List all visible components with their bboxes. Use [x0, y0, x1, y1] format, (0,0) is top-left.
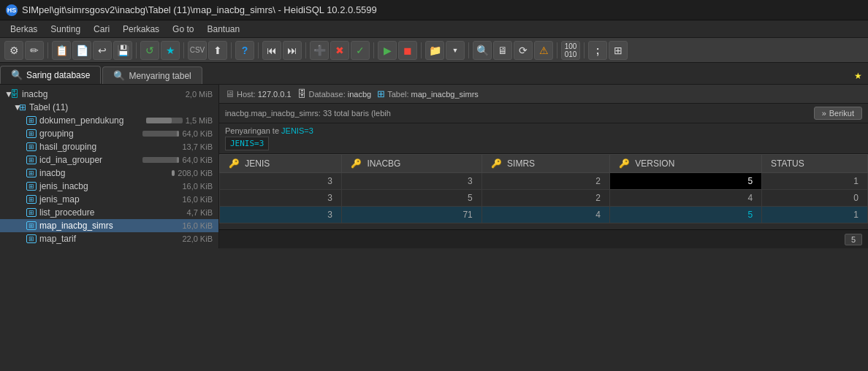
add-button[interactable]: ➕ — [310, 41, 329, 60]
help-button[interactable]: ? — [235, 41, 254, 60]
tree-item-dokumen-pendukung[interactable]: ⊞ dokumen_pendukung 1,5 MiB — [0, 114, 218, 127]
table-label-3: hasil_grouping — [39, 142, 96, 152]
csv-export-button[interactable]: CSV — [188, 41, 207, 60]
run-button[interactable]: ▶ — [378, 41, 397, 60]
menu-berkas[interactable]: Berkas — [4, 23, 43, 36]
toolbar-sep-5 — [258, 42, 259, 58]
db-size: 2,0 MiB — [186, 90, 213, 99]
table-label-1: dokumen_pendukung — [39, 115, 123, 126]
toolbar-sep-8 — [421, 42, 422, 58]
cell-jenis-2: 3 — [220, 190, 342, 207]
db-value: inacbg — [348, 90, 371, 99]
filter-value-inline: JENIS=3 — [281, 126, 313, 135]
table-body: 3 3 2 5 1 3 5 2 4 0 — [220, 173, 868, 223]
menubar: Berkas Sunting Cari Perkakas Go to Bantu… — [0, 20, 868, 38]
table-label-2: grouping — [39, 129, 74, 139]
tree-item-tabel-group[interactable]: ▼ ⊞ Tabel (11) — [0, 101, 218, 114]
monitor-button[interactable]: 🖥 — [493, 41, 512, 60]
table-row[interactable]: 3 3 2 5 1 — [220, 173, 868, 190]
tree-item-jenis-inacbg[interactable]: ⊞ jenis_inacbg 16,0 KiB — [0, 180, 218, 193]
split-button[interactable]: ⊞ — [609, 41, 628, 60]
delete-button[interactable]: ✖ — [330, 41, 349, 60]
import-button[interactable]: ⬆ — [208, 41, 227, 60]
tree-item-grouping[interactable]: ⊞ grouping 64,0 KiB — [0, 127, 218, 140]
data-table-wrapper[interactable]: 🔑 JENIS 🔑 INACBG 🔑 SIMRS 🔑 — [219, 154, 868, 229]
table-row[interactable]: 3 71 4 5 1 — [220, 207, 868, 223]
tree-item-icd-ina-grouper[interactable]: ⊞ icd_ina_grouper 64,0 KiB — [0, 153, 218, 167]
cell-simrs-2: 2 — [481, 190, 609, 207]
cell-inacbg-1: 3 — [342, 173, 482, 190]
data-table: 🔑 JENIS 🔑 INACBG 🔑 SIMRS 🔑 — [219, 154, 868, 223]
star-button[interactable]: ★ — [848, 68, 868, 84]
menu-sunting[interactable]: Sunting — [45, 23, 86, 36]
tab-database[interactable]: 🔍 Saring database — [0, 66, 101, 84]
col-header-jenis[interactable]: 🔑 JENIS — [220, 155, 342, 173]
tree-item-hasil-grouping[interactable]: ⊞ hasil_grouping 13,7 KiB — [0, 140, 218, 153]
db-label: inacbg — [22, 89, 183, 99]
menu-cari[interactable]: Cari — [88, 23, 115, 36]
stop-button[interactable]: ◼ — [398, 41, 417, 60]
folder-down-button[interactable]: ▼ — [446, 41, 465, 60]
favorite-button[interactable]: ★ — [161, 41, 180, 60]
col-header-simrs[interactable]: 🔑 SIMRS — [481, 155, 609, 173]
table-item: ⊞ Tabel: map_inacbg_simrs — [377, 88, 479, 99]
settings-button[interactable]: ⚙ — [4, 41, 23, 60]
cell-status-1: 1 — [762, 173, 868, 190]
refresh-button[interactable]: ↺ — [140, 41, 159, 60]
table-label-conn: Tabel: — [387, 90, 408, 99]
toolbar-sep-11 — [584, 42, 585, 58]
warning-button[interactable]: ⚠ — [534, 41, 553, 60]
next-button[interactable]: » Berikut — [814, 107, 862, 120]
last-button[interactable]: ⏭ — [283, 41, 302, 60]
first-button[interactable]: ⏮ — [262, 41, 281, 60]
search-button[interactable]: 🔍 — [473, 41, 492, 60]
tree-item-inacbg-db[interactable]: ▼ 🗄 inacbg 2,0 MiB — [0, 88, 218, 101]
toolbar-sep-9 — [468, 42, 469, 58]
db-item: 🗄 Database: inacbg — [297, 88, 372, 99]
filter-code: JENIS=3 — [225, 137, 269, 150]
undo-button[interactable]: ↩ — [93, 41, 112, 60]
table-label-8: list_procedure — [39, 207, 94, 218]
table-icon-7: ⊞ — [26, 195, 37, 204]
menu-perkakas[interactable]: Perkakas — [117, 23, 165, 36]
host-value: 127.0.0.1 — [258, 90, 292, 99]
menu-goto[interactable]: Go to — [167, 23, 199, 36]
app-icon: HS — [6, 4, 18, 16]
tree-item-list-procedure[interactable]: ⊞ list_procedure 4,7 KiB — [0, 206, 218, 219]
table-size-2: 64,0 KiB — [142, 129, 213, 138]
save-button[interactable]: 💾 — [113, 41, 132, 60]
cell-jenis-1: 3 — [220, 173, 342, 190]
toolbar-sep-7 — [373, 42, 374, 58]
new-button[interactable]: 📄 — [72, 41, 91, 60]
tree-item-map-tarif[interactable]: ⊞ map_tarif 22,0 KiB — [0, 232, 218, 245]
col-header-version[interactable]: 🔑 VERSION — [609, 155, 761, 173]
database-tree[interactable]: ▼ 🗄 inacbg 2,0 MiB ▼ ⊞ Tabel (11) ⊞ doku… — [0, 85, 218, 248]
folder-button[interactable]: 📁 — [425, 41, 444, 60]
table-icon-5: ⊞ — [26, 169, 37, 177]
table-group-label: Tabel (11) — [29, 102, 213, 112]
confirm-button[interactable]: ✓ — [351, 41, 370, 60]
col-header-status[interactable]: STATUS — [762, 155, 868, 173]
cell-status-2: 0 — [762, 190, 868, 207]
toolbar-sep-4 — [231, 42, 232, 58]
table-row[interactable]: 3 5 2 4 0 — [220, 190, 868, 207]
titlebar: HS SIMpel\git\simrsgosv2\inacbg\Tabel (1… — [0, 0, 868, 20]
tab-table[interactable]: 🔍 Menyaring tabel — [102, 66, 202, 84]
table-icon-3: ⊞ — [26, 142, 37, 151]
pencil-button[interactable]: ✏ — [25, 41, 44, 60]
host-item: 🖥 Host: 127.0.0.1 — [225, 88, 292, 99]
copy-button[interactable]: 📋 — [52, 41, 71, 60]
col-header-inacbg[interactable]: 🔑 INACBG — [342, 155, 482, 173]
tree-item-inacbg[interactable]: ⊞ inacbg 208,0 KiB — [0, 167, 218, 180]
tree-item-jenis-map[interactable]: ⊞ jenis_map 16,0 KiB — [0, 193, 218, 206]
grid-button[interactable]: 100010 — [561, 41, 580, 60]
table-label-10: map_tarif — [39, 234, 76, 244]
filter-bar: Penyaringan te JENIS=3 JENIS=3 — [219, 123, 868, 154]
toolbar: ⚙ ✏ 📋 📄 ↩ 💾 ↺ ★ CSV ⬆ ? ⏮ ⏭ ➕ ✖ ✓ ▶ ◼ 📁 … — [0, 38, 868, 63]
table-size-4: 64,0 KiB — [142, 156, 213, 164]
table-label-5: inacbg — [39, 168, 65, 178]
tree-item-map-inacbg-simrs[interactable]: ⊞ map_inacbg_simrs 16,0 KiB — [0, 219, 218, 232]
reload-button[interactable]: ⟳ — [514, 41, 533, 60]
sql-button[interactable]: ; — [588, 41, 607, 60]
menu-bantuan[interactable]: Bantuan — [201, 23, 245, 36]
